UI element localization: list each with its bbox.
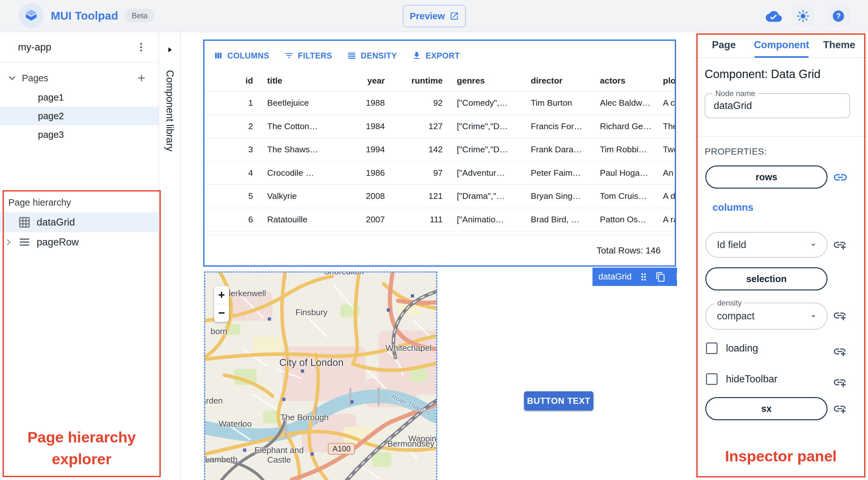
table-row[interactable]: 1Beetlejuice198892["Comedy",…Tim BurtonA… xyxy=(205,92,675,115)
table-row[interactable]: 2The Cotton…1984127["Crime","D…Francis F… xyxy=(205,115,675,138)
column-header-plot[interactable]: plot xyxy=(656,70,675,91)
cell-id: 4 xyxy=(205,162,260,185)
map-component[interactable]: ShoreditchClerkenwellFinsburybornWhitech… xyxy=(204,271,437,480)
properties-label: PROPERTIES: xyxy=(705,147,767,157)
help-button[interactable] xyxy=(828,6,849,26)
cell-title: The Cotton… xyxy=(260,115,360,138)
map-zoom-out-button[interactable]: − xyxy=(214,304,229,322)
toolbar-density-button[interactable]: DENSITY xyxy=(347,51,397,60)
component-heading: Component: Data Grid xyxy=(705,67,820,81)
app-title: MUI Toolpad xyxy=(51,9,118,22)
caret-down-icon xyxy=(808,240,818,250)
add-page-icon[interactable] xyxy=(136,73,147,84)
hierarchy-item-label: dataGrid xyxy=(37,217,75,228)
column-header-director[interactable]: director xyxy=(524,70,593,91)
loading-label: loading xyxy=(726,343,758,354)
map-zoom-in-button[interactable]: + xyxy=(214,286,229,304)
cell-id: 5 xyxy=(205,185,260,208)
cell-director: Frank Dara… xyxy=(524,138,593,161)
brand: MUI Toolpad Beta xyxy=(19,3,155,28)
cell-year: 1986 xyxy=(360,162,392,185)
density-icon xyxy=(347,51,356,60)
sx-property-button[interactable]: sx xyxy=(705,397,828,420)
table-row[interactable]: 3The Shaws…1994142["Crime","D…Frank Dara… xyxy=(205,138,675,162)
cell-genres: ["Crime","D… xyxy=(450,138,524,161)
hierarchy-item-datagrid[interactable]: dataGrid xyxy=(0,212,159,232)
delete-icon[interactable] xyxy=(674,272,684,282)
column-header-genres[interactable]: genres xyxy=(450,70,524,91)
component-library-strip[interactable]: Component library xyxy=(159,32,181,480)
duplicate-icon[interactable] xyxy=(655,272,666,282)
toolbar-filters-button[interactable]: FILTERS xyxy=(284,51,333,60)
grid-body: 1Beetlejuice198892["Comedy",…Tim BurtonA… xyxy=(205,92,675,231)
expand-panel-icon[interactable] xyxy=(165,45,174,54)
chevron-down-icon[interactable] xyxy=(7,73,18,83)
map-image xyxy=(205,273,437,480)
map-zoom-control: + − xyxy=(214,286,229,322)
loading-checkbox[interactable] xyxy=(706,343,717,354)
tab-component[interactable]: Component xyxy=(752,33,810,57)
hidetoolbar-add-binding-icon[interactable] xyxy=(833,375,847,389)
column-header-id[interactable]: id xyxy=(205,70,260,91)
cell-id: 2 xyxy=(205,115,260,138)
table-row[interactable]: 4Crocodile …198697["Adventur…Peter Faim…… xyxy=(205,162,675,185)
column-header-runtime[interactable]: runtime xyxy=(392,70,450,91)
cell-director: Brad Bird, … xyxy=(524,208,593,231)
cell-runtime: 142 xyxy=(392,138,450,161)
left-sidebar: my-app Pages page1page2page3 Page hierar… xyxy=(0,32,159,480)
cell-year: 2007 xyxy=(360,208,392,231)
cell-year: 2008 xyxy=(360,185,392,208)
column-header-title[interactable]: title xyxy=(260,70,360,91)
table-row[interactable]: 6Ratatouille2007111["Animatio…Brad Bird,… xyxy=(205,208,675,232)
theme-brightness-button[interactable] xyxy=(793,6,813,26)
cell-id: 3 xyxy=(205,138,260,161)
cell-plot: A co xyxy=(656,92,675,115)
total-rows-label: Total Rows: 146 xyxy=(597,246,661,256)
hidetoolbar-checkbox[interactable] xyxy=(706,373,717,385)
chevron-right-icon[interactable] xyxy=(0,237,18,247)
datagrid-component[interactable]: COLUMNSFILTERSDENSITYEXPORT idtitleyearr… xyxy=(203,39,676,267)
sidebar-item-page1[interactable]: page1 xyxy=(0,88,158,107)
top-bar: MUI Toolpad Beta Preview xyxy=(0,0,868,32)
grid-header-row: idtitleyearruntimegenresdirectoractorspl… xyxy=(205,70,675,92)
inspector-tabs: Page Component Theme xyxy=(695,33,868,58)
inspector-panel: Page Component Theme Component: Data Gri… xyxy=(694,32,868,480)
project-name: my-app xyxy=(18,41,135,53)
node-name-input[interactable] xyxy=(714,94,839,118)
id-field-select[interactable]: Id field xyxy=(705,232,828,258)
mui-toolpad-logo xyxy=(19,3,44,28)
idfield-add-binding-icon[interactable] xyxy=(833,238,847,252)
toolbar-columns-button[interactable]: COLUMNS xyxy=(214,51,270,60)
columns-property-link[interactable]: columns xyxy=(712,202,753,213)
hierarchy-item-pagerow[interactable]: pageRow xyxy=(0,232,159,252)
sidebar-item-page3[interactable]: page3 xyxy=(0,125,158,144)
cell-title: Ratatouille xyxy=(260,208,360,231)
sidebar-item-page2[interactable]: page2 xyxy=(0,107,158,125)
density-select[interactable]: density compact xyxy=(705,302,828,330)
rows-binding-link-icon[interactable] xyxy=(833,170,848,185)
table-row[interactable]: 5Valkyrie2008121["Drama","…Bryan Sing…To… xyxy=(205,185,675,208)
column-header-actors[interactable]: actors xyxy=(593,70,656,91)
column-header-year[interactable]: year xyxy=(360,70,392,91)
canvas-button-component[interactable]: BUTTON TEXT xyxy=(524,391,593,411)
cell-title: Beetlejuice xyxy=(260,92,360,115)
selection-property-button[interactable]: selection xyxy=(705,267,828,290)
toolbar-export-button[interactable]: EXPORT xyxy=(412,51,460,60)
rows-property-button[interactable]: rows xyxy=(705,165,828,189)
density-add-binding-icon[interactable] xyxy=(833,309,847,323)
hidetoolbar-property-row: hideToolbar xyxy=(706,373,777,385)
tab-page[interactable]: Page xyxy=(695,33,752,57)
drag-handle-icon[interactable] xyxy=(638,271,649,282)
more-vert-icon[interactable] xyxy=(135,41,147,53)
cell-plot: A dr xyxy=(656,185,675,208)
preview-button[interactable]: Preview xyxy=(403,5,466,27)
datagrid-toolbar: COLUMNSFILTERSDENSITYEXPORT xyxy=(205,41,675,70)
cloud-sync-icon[interactable] xyxy=(766,8,782,24)
export-icon xyxy=(412,51,422,60)
cell-runtime: 111 xyxy=(392,208,450,231)
tab-theme[interactable]: Theme xyxy=(810,33,868,57)
cell-actors: Paul Hoga… xyxy=(593,162,656,185)
sx-add-binding-icon[interactable] xyxy=(833,402,847,416)
cell-id: 6 xyxy=(205,208,260,231)
loading-add-binding-icon[interactable] xyxy=(833,344,847,358)
